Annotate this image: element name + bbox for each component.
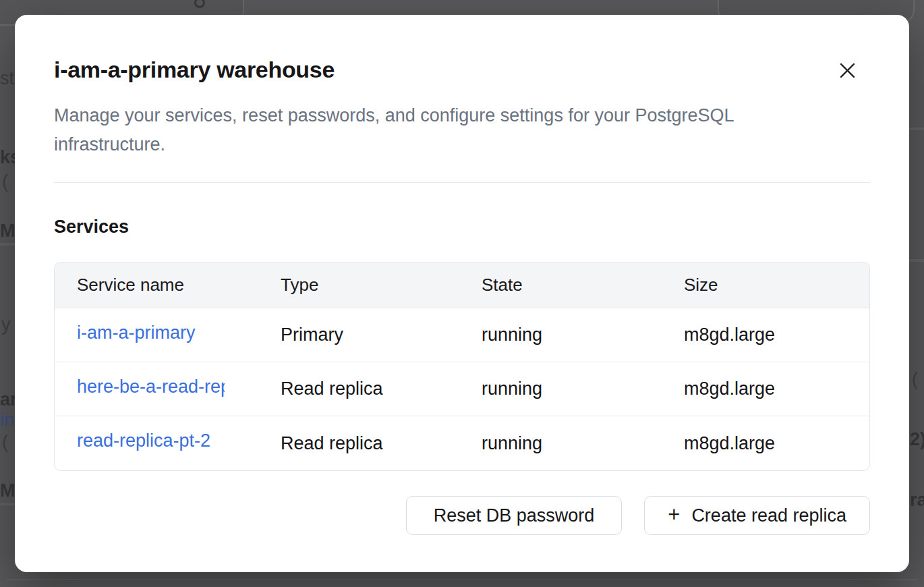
column-header-size: Size [684, 275, 869, 296]
service-size-cell: m8gd.large [684, 325, 869, 345]
services-heading: Services [54, 217, 870, 237]
service-type-cell: Read replica [281, 433, 482, 454]
section-divider [54, 182, 870, 183]
background-text-fragment: y [1, 314, 11, 335]
service-size-cell: m8gd.large [684, 379, 869, 399]
background-text-fragment: ( [2, 171, 8, 192]
background-divider [0, 503, 15, 505]
background-divider [0, 243, 15, 246]
table-row: read-replica-pt-2 Read replica running m… [55, 416, 869, 470]
service-name-link[interactable]: i-am-a-primary [77, 323, 196, 343]
reset-db-password-label: Reset DB password [434, 505, 595, 526]
background-divider [909, 128, 924, 130]
service-name-link[interactable]: read-replica-pt-2 [77, 430, 210, 451]
background-divider [7, 579, 917, 580]
plus-icon: + [668, 503, 680, 527]
service-state-cell: running [482, 433, 684, 454]
service-type-cell: Read replica [281, 379, 482, 399]
service-type-cell: Primary [281, 325, 482, 345]
services-table: Service name Type State Size i-am-a-prim… [54, 262, 870, 471]
background-text-fragment: st [0, 68, 14, 89]
service-state-cell: running [482, 379, 684, 399]
create-read-replica-label: Create read replica [691, 505, 846, 526]
close-button[interactable] [835, 58, 859, 82]
column-header-type: Type [281, 275, 482, 296]
background-text-fragment: in [0, 410, 14, 430]
background-text-fragment: ra [910, 490, 924, 511]
create-read-replica-button[interactable]: + Create read replica [644, 496, 870, 535]
service-state-cell: running [482, 325, 684, 345]
background-text-fragment: ( [2, 432, 8, 453]
background-text-fragment: 2) [910, 429, 924, 450]
service-name-link[interactable]: here-be-a-read-replica [77, 376, 225, 397]
reset-db-password-button[interactable]: Reset DB password [406, 496, 623, 535]
dialog-actions: Reset DB password + Create read replica [54, 496, 870, 535]
table-header-row: Service name Type State Size [55, 262, 869, 308]
column-header-service-name: Service name [55, 275, 281, 296]
close-icon [840, 63, 855, 78]
warehouse-dialog: i-am-a-primary warehouse Manage your ser… [15, 15, 909, 572]
dialog-description: Manage your services, reset passwords, a… [54, 101, 826, 159]
table-row: here-be-a-read-replica Read replica runn… [55, 362, 869, 416]
table-row: i-am-a-primary Primary running m8gd.larg… [55, 308, 869, 362]
dialog-title: i-am-a-primary warehouse [54, 57, 870, 83]
background-divider [909, 259, 924, 262]
column-header-state: State [482, 275, 684, 296]
background-text-fragment: ( [912, 369, 918, 390]
service-size-cell: m8gd.large [684, 433, 869, 454]
